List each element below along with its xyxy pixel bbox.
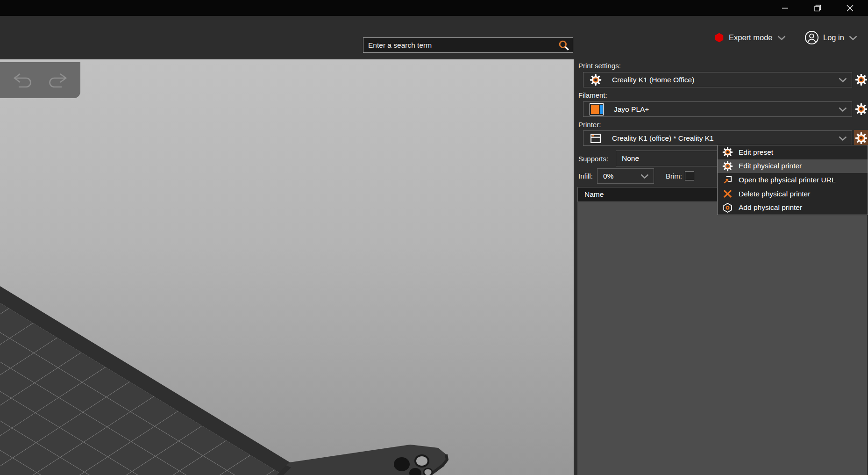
menu-item-add-physical-printer[interactable]: Add physical printer bbox=[718, 201, 868, 215]
redo-icon bbox=[45, 72, 70, 89]
settings-panel: Print settings: bbox=[574, 59, 868, 475]
object-list bbox=[577, 202, 867, 475]
printer-context-menu: Edit preset bbox=[717, 145, 868, 215]
filament-edit-button[interactable] bbox=[854, 101, 868, 117]
print-settings-value: Creality K1 (Home Office) bbox=[612, 76, 838, 84]
expert-mode-icon bbox=[714, 32, 725, 43]
chevron-down-icon bbox=[838, 77, 847, 83]
infill-label: Infill: bbox=[578, 168, 593, 184]
menu-item-label: Open the physical printer URL bbox=[739, 176, 836, 184]
chevron-down-icon bbox=[848, 35, 858, 41]
print-settings-label: Print settings: bbox=[578, 62, 621, 70]
object-list-header-label: Name bbox=[584, 190, 604, 199]
menu-item-label: Add physical printer bbox=[739, 203, 802, 212]
infill-combo[interactable]: 0% bbox=[597, 168, 654, 184]
viewport-3d-scene bbox=[0, 59, 574, 475]
menu-item-label: Edit preset bbox=[739, 148, 773, 157]
brim-checkbox[interactable] bbox=[685, 171, 694, 180]
minimize-button[interactable] bbox=[775, 0, 796, 16]
restore-icon bbox=[814, 5, 821, 12]
title-bar bbox=[0, 0, 868, 16]
brim-label: Brim: bbox=[666, 168, 682, 184]
filament-color-swatch bbox=[590, 103, 604, 115]
filament-label: Filament: bbox=[578, 91, 607, 99]
menu-item-edit-physical-printer[interactable]: Edit physical printer bbox=[718, 159, 868, 173]
filament-combo[interactable]: Jayo PLA+ bbox=[583, 101, 852, 117]
menu-item-label: Delete physical printer bbox=[739, 190, 810, 198]
user-icon bbox=[804, 30, 819, 45]
open-url-icon bbox=[722, 174, 733, 185]
search-input[interactable] bbox=[363, 38, 558, 52]
chevron-down-icon bbox=[838, 107, 847, 112]
filament-value: Jayo PLA+ bbox=[614, 105, 838, 114]
gear-icon bbox=[855, 103, 868, 115]
menu-item-label: Edit physical printer bbox=[739, 162, 802, 170]
viewport-3d[interactable] bbox=[0, 59, 574, 475]
close-icon bbox=[847, 5, 854, 12]
print-settings-edit-button[interactable] bbox=[854, 72, 868, 88]
menu-item-open-printer-url[interactable]: Open the physical printer URL bbox=[718, 173, 868, 187]
mode-selector[interactable]: Expert mode bbox=[714, 16, 786, 59]
viewport-toolbar bbox=[0, 62, 80, 98]
chevron-down-icon bbox=[838, 136, 847, 141]
gear-icon bbox=[722, 161, 733, 172]
add-printer-icon bbox=[722, 202, 733, 213]
undo-button[interactable] bbox=[10, 71, 36, 90]
gear-icon bbox=[855, 73, 868, 86]
infill-value: 0% bbox=[603, 172, 640, 180]
gear-icon bbox=[855, 132, 868, 144]
chevron-down-icon bbox=[777, 35, 786, 41]
menu-item-edit-preset[interactable]: Edit preset bbox=[718, 145, 868, 159]
restore-button[interactable] bbox=[807, 0, 828, 16]
close-button[interactable] bbox=[839, 0, 861, 16]
printer-combo[interactable]: Creality K1 (office) * Creality K1 bbox=[583, 130, 852, 146]
chevron-down-icon bbox=[640, 173, 649, 179]
printer-value: Creality K1 (office) * Creality K1 bbox=[612, 134, 838, 143]
physical-printer-icon bbox=[590, 132, 602, 144]
minimize-icon bbox=[782, 5, 789, 11]
search-icon[interactable] bbox=[558, 39, 570, 51]
model-object[interactable] bbox=[277, 445, 447, 475]
delete-x-icon bbox=[722, 188, 733, 199]
login-label: Log in bbox=[823, 33, 844, 42]
login-control[interactable]: Log in bbox=[804, 16, 858, 59]
gear-icon bbox=[590, 74, 602, 86]
printer-label: Printer: bbox=[578, 121, 601, 129]
build-plate-surface bbox=[0, 303, 283, 475]
print-settings-combo[interactable]: Creality K1 (Home Office) bbox=[583, 72, 852, 87]
supports-label: Supports: bbox=[578, 151, 608, 166]
mode-label: Expert mode bbox=[729, 33, 773, 42]
gear-icon bbox=[722, 147, 733, 158]
slicer-window: Expert mode Log in bbox=[0, 0, 868, 475]
search-box bbox=[363, 37, 573, 53]
undo-icon bbox=[11, 72, 35, 89]
printer-edit-button[interactable] bbox=[854, 130, 868, 146]
top-bar: Expert mode Log in bbox=[0, 16, 868, 59]
menu-item-delete-physical-printer[interactable]: Delete physical printer bbox=[718, 187, 868, 201]
redo-button[interactable] bbox=[44, 71, 71, 90]
